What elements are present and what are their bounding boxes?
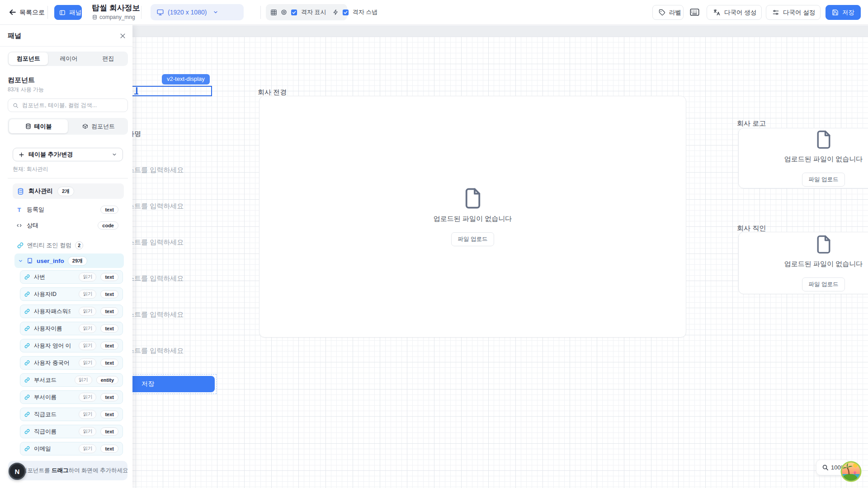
join-column-row[interactable]: 부서이름 읽기 text: [20, 390, 123, 404]
file-upload-button[interactable]: 파일 업로드: [451, 232, 495, 246]
join-table-name: user_info: [37, 258, 64, 264]
grid-snap-checkbox[interactable]: [342, 9, 349, 16]
label-button[interactable]: 라벨: [652, 5, 684, 20]
join-column-row[interactable]: 이메일 읽기 text: [20, 442, 123, 455]
panel-header: 패널: [0, 25, 132, 47]
i18n-generate-label: 다국어 생성: [724, 9, 756, 17]
link-icon: [24, 446, 30, 451]
link-icon: [24, 291, 30, 297]
translate-icon: [713, 9, 721, 16]
readonly-badge: 읽기: [75, 375, 92, 385]
column-row[interactable]: 상태 code: [16, 220, 124, 231]
join-column-row[interactable]: 사용자ID 읽기 text: [20, 287, 123, 301]
component-panel: 패널 컴포넌트 레이어 편집 컴포넌트 83개 사용 가능 테이블 컴포넌트: [0, 25, 132, 488]
join-column-row[interactable]: 사용자 영어 이름 읽기 text: [20, 339, 123, 352]
panorama-upload-card[interactable]: 업로드된 파일이 없습니다 파일 업로드: [259, 96, 686, 338]
logo-label: 회사 로고: [737, 119, 766, 128]
entity-join-count: 2: [75, 241, 83, 249]
join-column-row[interactable]: 사번 읽기 text: [20, 270, 123, 284]
database-icon: [25, 123, 31, 129]
grid-show-checkbox[interactable]: [291, 9, 297, 16]
logo-upload-card[interactable]: 업로드된 파일이 없습니다 파일 업로드: [738, 128, 868, 188]
no-file-text: 업로드된 파일이 없습니다: [784, 155, 863, 164]
type-badge: code: [98, 221, 118, 230]
keyboard-icon[interactable]: [690, 8, 699, 16]
join-column-row[interactable]: 직급이름 읽기 text: [20, 425, 123, 438]
components-available-count: 83개 사용 가능: [8, 86, 44, 94]
divider: [141, 6, 142, 19]
database-icon: [17, 188, 24, 195]
readonly-badge: 읽기: [79, 341, 96, 350]
bound-table-name: company_mng: [99, 14, 135, 20]
resolution-selector[interactable]: (868 x 488): [151, 4, 244, 20]
back-to-list-button[interactable]: 목록으로: [19, 9, 45, 17]
i18n-settings-label: 다국어 설정: [783, 9, 815, 17]
grid-show-label: 격자 표시: [301, 8, 326, 16]
divider: [260, 6, 261, 19]
table-name: 회사관리: [28, 187, 53, 195]
type-badge: text: [100, 206, 118, 214]
toggle-component-label: 컴포넌트: [91, 122, 115, 131]
column-row[interactable]: T 등록일 text: [16, 204, 124, 215]
join-column-row[interactable]: 부서코드 읽기 entity: [20, 373, 123, 387]
file-icon: [464, 188, 481, 209]
join-column-name: 직급코드: [34, 411, 57, 418]
readonly-badge: 읽기: [79, 272, 96, 282]
component-search[interactable]: [8, 99, 128, 112]
drag-hint: 컴포넌트를 드래그하여 화면에 추가하세요: [8, 461, 127, 480]
link-icon: [24, 412, 30, 417]
current-table-text: 현재: 회사관리: [13, 165, 48, 173]
column-count-badge: 2개: [57, 187, 74, 196]
back-arrow-icon[interactable]: [8, 8, 17, 17]
grid-snap-label: 격자 스냅: [353, 8, 378, 16]
tab-layer[interactable]: 레이어: [49, 52, 88, 65]
table-row-company[interactable]: 회사관리 2개: [13, 183, 124, 199]
add-table-dropdown[interactable]: 테이블 추가/변경: [13, 148, 123, 161]
grid-options-group: 격자 표시 격자 스냅: [266, 4, 347, 20]
type-badge: text: [100, 445, 118, 453]
seal-upload-card[interactable]: 업로드된 파일이 없습니다 파일 업로드: [738, 232, 868, 294]
visibility-target-icon[interactable]: [281, 9, 287, 15]
source-toggle: 테이블 컴포넌트: [8, 118, 128, 135]
tab-edit[interactable]: 편집: [89, 52, 128, 65]
join-column-row[interactable]: 직급코드 읽기 text: [20, 408, 123, 421]
close-icon[interactable]: [118, 31, 127, 40]
text-cursor-underline: [134, 94, 138, 94]
save-icon: [832, 9, 839, 16]
tab-component[interactable]: 컴포넌트: [9, 52, 48, 65]
join-column-name: 사용자ID: [34, 291, 57, 298]
search-input[interactable]: [22, 102, 123, 108]
add-table-label: 테이블 추가/변경: [28, 150, 73, 159]
code-icon: [16, 223, 22, 228]
box-icon: [82, 123, 88, 129]
toggle-component[interactable]: 컴포넌트: [69, 119, 128, 133]
i18n-settings-button[interactable]: 다국어 설정: [766, 5, 821, 20]
join-column-row[interactable]: 사용자 중국어 이름 읽기 text: [20, 356, 123, 370]
i18n-generate-button[interactable]: 다국어 생성: [707, 5, 762, 20]
readonly-badge: 읽기: [79, 290, 96, 299]
readonly-badge: 읽기: [79, 444, 96, 453]
panel-toggle-label: 패널: [69, 9, 81, 17]
panel-toggle-button[interactable]: 패널: [54, 5, 82, 20]
save-button[interactable]: 저장: [826, 5, 861, 20]
text-cursor: [136, 87, 137, 94]
selected-text-display[interactable]: [127, 86, 212, 96]
file-upload-button[interactable]: 파일 업로드: [802, 277, 845, 291]
join-column-row[interactable]: 사용자이름 읽기 text: [20, 322, 123, 335]
file-upload-button[interactable]: 파일 업로드: [802, 173, 845, 187]
readonly-badge: 읽기: [79, 427, 96, 436]
join-column-row[interactable]: 사용자패스워드 읽기 text: [20, 305, 123, 318]
chevron-down-icon: [213, 9, 218, 15]
magnifier-icon: [822, 464, 829, 471]
lightning-icon: [333, 9, 339, 15]
readonly-badge: 읽기: [79, 324, 96, 333]
island-theme-badge[interactable]: [840, 461, 862, 482]
top-toolbar: 목록으로 패널 탑씰 회사정보 company_mng (868 x 488…: [0, 0, 868, 25]
toggle-table[interactable]: 테이블: [9, 119, 68, 133]
label-button-text: 라벨: [669, 9, 681, 17]
link-icon: [24, 326, 30, 331]
join-column-name: 사용자패스워드: [34, 308, 71, 315]
link-icon: [24, 394, 30, 400]
join-table-user-info[interactable]: user_info 29개: [14, 253, 124, 268]
type-badge: entity: [96, 376, 118, 384]
